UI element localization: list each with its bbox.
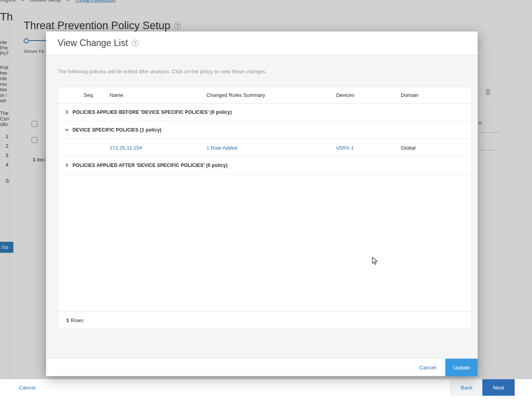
- col-seq: Seq.: [84, 92, 110, 98]
- mouse-cursor: [371, 257, 378, 267]
- col-domain: Domain: [401, 92, 471, 98]
- chevron-right-icon: [65, 162, 69, 169]
- col-changed-rules-summary: Changed Rules Summary: [206, 92, 336, 98]
- group-label: POLICIES APPLIED BEFORE 'DEVICE SPECIFIC…: [73, 109, 232, 115]
- modal-help-icon[interactable]: ?: [132, 40, 139, 46]
- table-empty-area: [58, 174, 471, 311]
- devices-link[interactable]: vSRX-1: [336, 145, 401, 151]
- page-footer-bar: Cancel Back Next: [0, 379, 532, 404]
- update-button[interactable]: Update: [445, 359, 478, 376]
- changed-rules-link[interactable]: 1 Rule Added: [206, 145, 336, 151]
- table-footer: 1 Rows: [58, 311, 471, 329]
- modal-header: View Change List ?: [46, 32, 478, 55]
- policy-row: 172.25.11.254 1 Rule Added vSRX-1 Global: [58, 139, 471, 157]
- group-label: DEVICE SPECIFIC POLICIES (1 policy): [73, 127, 162, 133]
- policy-name-link[interactable]: 172.25.11.254: [110, 145, 206, 151]
- view-change-list-modal: View Change List ? The following policie…: [46, 32, 478, 376]
- row-count-label: Rows: [71, 317, 84, 323]
- row-count: 1: [66, 317, 69, 323]
- chevron-right-icon: [65, 109, 69, 116]
- modal-cancel-link[interactable]: Cancel: [419, 365, 436, 371]
- screen: nfigure > Guided Setup > Threat Preventi…: [0, 0, 532, 404]
- col-name: Name: [110, 92, 206, 98]
- page-cancel-link[interactable]: Cancel: [19, 379, 35, 396]
- group-policies-before[interactable]: POLICIES APPLIED BEFORE 'DEVICE SPECIFIC…: [58, 104, 471, 121]
- change-list-table: Seq. Name Changed Rules Summary Devices …: [58, 87, 472, 329]
- group-device-specific[interactable]: DEVICE SPECIFIC POLICIES (1 policy): [58, 121, 471, 139]
- modal-footer: Cancel Update: [46, 358, 478, 376]
- domain-value: Global: [401, 145, 471, 151]
- chevron-down-icon: [65, 126, 69, 133]
- modal-description: The following policies will be edited af…: [58, 69, 266, 74]
- back-button[interactable]: Back: [450, 379, 482, 396]
- col-devices: Devices: [336, 92, 401, 98]
- modal-body: The following policies will be edited af…: [46, 55, 478, 358]
- modal-title: View Change List: [58, 38, 128, 48]
- table-header-row: Seq. Name Changed Rules Summary Devices …: [58, 87, 471, 104]
- next-button[interactable]: Next: [482, 379, 515, 396]
- group-label: POLICIES APPLIED AFTER 'DEVICE SPECIFIC …: [73, 163, 228, 168]
- group-policies-after[interactable]: POLICIES APPLIED AFTER 'DEVICE SPECIFIC …: [58, 157, 471, 174]
